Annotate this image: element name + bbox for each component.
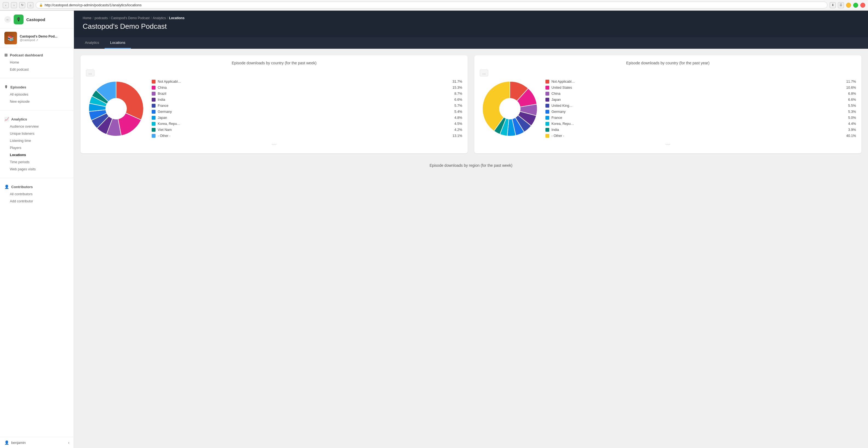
yearly-chart-footer: 〰	[480, 142, 856, 148]
legend-label: Not Applicabl…	[158, 80, 451, 84]
legend-label: Viet Nam	[158, 128, 452, 132]
nav-section-episodes-title[interactable]: 🎙 Episodes	[0, 83, 74, 91]
legend-pct: 11.7%	[846, 80, 856, 84]
nav-section-podcast-title[interactable]: ⊞ Podcast dashboard	[0, 51, 74, 59]
close-button[interactable]	[860, 3, 865, 8]
legend-color-swatch	[152, 128, 156, 132]
legend-label: Japan	[158, 116, 452, 120]
address-bar[interactable]: 🔒 http://castopod.demo/cp-admin/podcasts…	[36, 2, 828, 8]
legend-pct: 31.7%	[453, 80, 462, 84]
legend-label: France	[552, 116, 846, 120]
nav-item-web-pages-visits[interactable]: Web pages visits	[0, 166, 74, 173]
legend-label: Korea, Repu…	[158, 122, 452, 126]
legend-pct: 5.4%	[455, 110, 463, 114]
legend-label: Not Applicabl…	[552, 80, 844, 84]
legend-label: - Other -	[552, 134, 844, 138]
weekly-chart-title: Episode downloads by country (for the pa…	[86, 61, 462, 65]
screenshot-button[interactable]: ⬇	[830, 2, 836, 8]
legend-label: United King…	[552, 104, 846, 108]
legend-label: India	[158, 98, 452, 101]
legend-item: Brazil 8.7%	[152, 91, 462, 97]
podcast-thumbnail: 📚	[4, 32, 17, 44]
legend-item: India 3.9%	[546, 127, 856, 133]
breadcrumb: Home / podcasts / Castopod's Demo Podcas…	[83, 16, 859, 20]
legend-pct: 5.5%	[848, 104, 856, 108]
tab-locations[interactable]: Locations	[104, 37, 131, 49]
legend-label: United States	[552, 86, 844, 90]
nav-item-players[interactable]: Players	[0, 144, 74, 151]
legend-pct: 4.5%	[455, 122, 463, 126]
sidebar-footer[interactable]: 👤 benjamin ›	[0, 437, 74, 448]
legend-color-swatch	[546, 110, 549, 114]
legend-color-swatch	[152, 116, 156, 120]
legend-pct: 8.7%	[455, 92, 463, 96]
legend-pct: 5.0%	[848, 116, 856, 120]
legend-label: Germany	[552, 110, 846, 114]
breadcrumb-analytics[interactable]: Analytics	[153, 16, 166, 20]
nav-item-listening-time[interactable]: Listening time	[0, 137, 74, 144]
reload-button[interactable]: ↻	[19, 2, 25, 8]
legend-pct: 15.3%	[453, 86, 462, 90]
yearly-chart-menu-button[interactable]: …	[480, 69, 488, 77]
legend-pct: 13.1%	[453, 134, 462, 138]
legend-color-swatch	[152, 80, 156, 84]
legend-item: - Other - 13.1%	[152, 133, 462, 139]
legend-pct: 3.9%	[848, 128, 856, 132]
nav-item-unique-listeners[interactable]: Unique listeners	[0, 130, 74, 137]
svg-point-0	[106, 99, 126, 119]
nav-section-episodes: 🎙 Episodes All episodes New episode	[0, 80, 74, 109]
chart-icon: 📈	[4, 117, 9, 121]
legend-color-swatch	[152, 134, 156, 138]
nav-item-all-contributors[interactable]: All contributors	[0, 190, 74, 198]
mic-icon: 🎙	[4, 85, 8, 89]
legend-item: France 5.7%	[152, 103, 462, 109]
menu-button[interactable]: ☰	[838, 2, 844, 8]
nav-item-all-episodes[interactable]: All episodes	[0, 91, 74, 98]
maximize-button[interactable]	[853, 3, 858, 8]
nav-section-podcast: ⊞ Podcast dashboard Home Edit podcast	[0, 48, 74, 77]
nav-item-new-episode[interactable]: New episode	[0, 98, 74, 105]
nav-section-analytics-title[interactable]: 📈 Analytics	[0, 115, 74, 123]
weekly-pie-chart	[86, 79, 146, 139]
minimize-button[interactable]	[846, 3, 851, 8]
nav-item-add-contributor[interactable]: Add contributor	[0, 198, 74, 205]
sidebar-back-button[interactable]: ←	[4, 16, 11, 23]
breadcrumb-current: Locations	[169, 16, 185, 20]
nav-item-home[interactable]: Home	[0, 59, 74, 66]
breadcrumb-home[interactable]: Home	[83, 16, 91, 20]
legend-pct: 40.1%	[846, 134, 856, 138]
charts-row-1: Episode downloads by country (for the pa…	[81, 55, 861, 153]
nav-item-edit-podcast[interactable]: Edit podcast	[0, 66, 74, 73]
legend-color-swatch	[152, 110, 156, 114]
legend-color-swatch	[546, 104, 549, 108]
legend-label: China	[552, 92, 846, 96]
tab-analytics[interactable]: Analytics	[80, 37, 104, 49]
legend-color-swatch	[546, 86, 549, 90]
legend-color-swatch	[152, 86, 156, 90]
nav-item-audience-overview[interactable]: Audience overview	[0, 123, 74, 130]
weekly-chart-menu-button[interactable]: …	[86, 69, 94, 77]
back-button[interactable]: ‹	[3, 2, 9, 8]
charts-container: Episode downloads by country (for the pa…	[74, 49, 868, 175]
breadcrumb-podcasts[interactable]: podcasts	[94, 16, 107, 20]
breadcrumb-podcast-name[interactable]: Castopod's Demo Podcast	[111, 16, 150, 20]
weekly-chart-content: Not Applicabl… 31.7% China 15.3% Brazil …	[86, 79, 462, 139]
nav-section-contributors-title[interactable]: 👤 Contributors	[0, 183, 74, 190]
legend-pct: 6.6%	[455, 98, 463, 101]
legend-pct: 5.7%	[455, 104, 463, 108]
home-button[interactable]: ⌂	[27, 2, 33, 8]
legend-item: Germany 5.3%	[546, 109, 856, 115]
podcast-handle: @castopod ↗	[20, 38, 58, 41]
nav-item-locations[interactable]: Locations	[0, 151, 74, 158]
users-icon: 👤	[4, 185, 9, 189]
yearly-chart-content: Not Applicabl… 11.7% United States 10.6%…	[480, 79, 856, 139]
nav-item-time-periods[interactable]: Time periods	[0, 158, 74, 166]
legend-color-swatch	[546, 116, 549, 120]
legend-item: United States 10.6%	[546, 85, 856, 91]
legend-color-swatch	[152, 98, 156, 101]
legend-pct: 10.6%	[846, 86, 856, 90]
forward-button[interactable]: ›	[11, 2, 17, 8]
trend-icon: 〰	[272, 142, 277, 148]
weekly-legend: Not Applicabl… 31.7% China 15.3% Brazil …	[152, 79, 462, 139]
legend-item: United King… 5.5%	[546, 103, 856, 109]
